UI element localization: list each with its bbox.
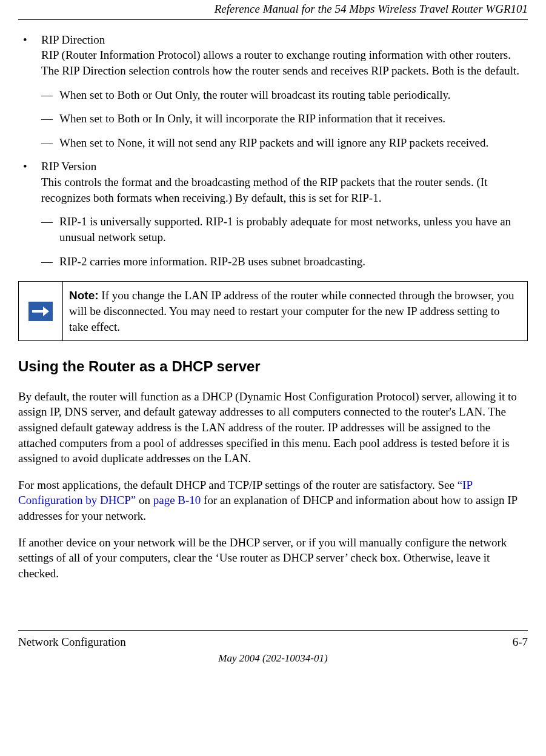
dash-body: When set to None, it will not send any R… (59, 135, 528, 151)
dash-item: — When set to Both or Out Only, the rout… (41, 87, 528, 103)
dash-item: — RIP-1 is universally supported. RIP-1 … (41, 214, 528, 245)
dash-item: — When set to None, it will not send any… (41, 135, 528, 151)
dash-body: When set to Both or In Only, it will inc… (59, 111, 528, 127)
dash-marker: — (41, 87, 59, 103)
section-heading-dhcp: Using the Router as a DHCP server (18, 357, 528, 376)
paragraph: If another device on your network will b… (18, 535, 528, 582)
note-text: If you change the LAN IP address of the … (69, 289, 514, 333)
dash-body: RIP-2 carries more information. RIP-2B u… (59, 254, 528, 270)
paragraph: By default, the router will function as … (18, 389, 528, 466)
dash-marker: — (41, 135, 59, 151)
footer-page-number: 6-7 (513, 634, 528, 650)
text: For most applications, the default DHCP … (18, 479, 458, 491)
header-title: Reference Manual for the 54 Mbps Wireles… (18, 0, 528, 19)
arrow-right-icon (28, 302, 53, 321)
footer-date: May 2004 (202-10034-01) (18, 649, 528, 666)
dash-item: — RIP-2 carries more information. RIP-2B… (41, 254, 528, 270)
rip-direction-title: RIP Direction (41, 33, 105, 46)
dash-marker: — (41, 111, 59, 127)
bullet-marker: • (18, 159, 41, 205)
paragraph: For most applications, the default DHCP … (18, 477, 528, 524)
rip-version-body: This controls the format and the broadca… (41, 176, 487, 204)
rip-version-title: RIP Version (41, 160, 96, 173)
note-icon-cell (19, 282, 63, 341)
bullet-rip-direction: • RIP Direction RIP (Router Information … (18, 32, 528, 79)
dash-marker: — (41, 214, 59, 245)
note-text-cell: Note: If you change the LAN IP address o… (63, 282, 528, 341)
dash-body: RIP-1 is universally supported. RIP-1 is… (59, 214, 528, 245)
note-box: Note: If you change the LAN IP address o… (18, 281, 528, 341)
bullet-marker: • (18, 32, 41, 79)
footer-section: Network Configuration (18, 634, 126, 650)
link-page-b10[interactable]: page B-10 (153, 494, 201, 506)
rip-direction-body: RIP (Router Information Protocol) allows… (41, 48, 519, 77)
dash-body: When set to Both or Out Only, the router… (59, 87, 528, 103)
header-rule (18, 19, 528, 20)
dash-marker: — (41, 254, 59, 270)
footer: Network Configuration 6-7 May 2004 (202-… (18, 630, 528, 666)
dash-item: — When set to Both or In Only, it will i… (41, 111, 528, 127)
note-label: Note: (69, 289, 99, 302)
text: on (136, 494, 153, 506)
bullet-rip-version: • RIP Version This controls the format a… (18, 159, 528, 205)
